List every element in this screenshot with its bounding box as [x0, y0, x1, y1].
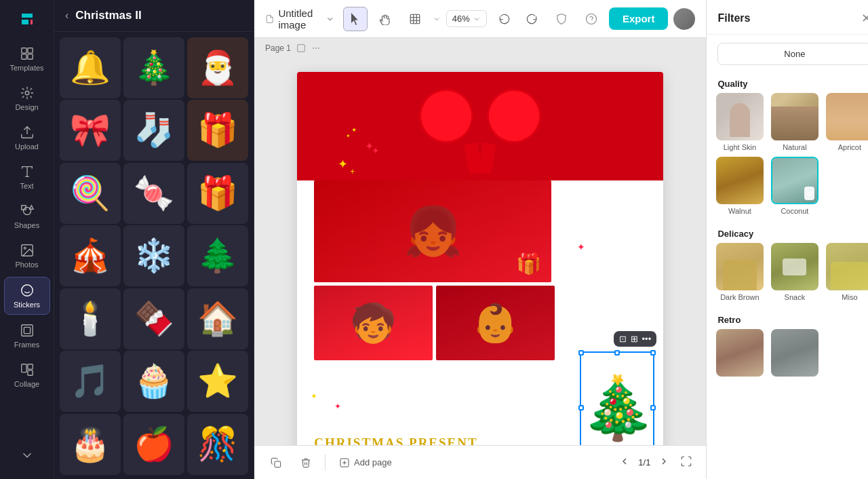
none-filter-btn[interactable]: None [717, 43, 868, 65]
sticker-item[interactable]: 🏠 [187, 288, 248, 349]
filters-close-btn[interactable]: ✕ [861, 11, 868, 26]
crop-btn[interactable]: ⊡ [619, 334, 627, 344]
filter-label-apricot: Apricot [838, 143, 861, 151]
left-toolbar: Templates Design Upload Text Shapes [0, 0, 54, 479]
sidebar-item-photos[interactable]: Photos [4, 237, 50, 274]
canvas-frame[interactable]: ✦ ✦ ✦ 👧 🎁 🧒 👶 [297, 72, 663, 445]
more-btn[interactable]: ••• [642, 334, 652, 344]
redo-btn[interactable] [519, 7, 544, 31]
sticker-item[interactable]: 🎅 [187, 37, 248, 98]
sticker-item[interactable]: 🕯️ [60, 288, 121, 349]
hand-tool-btn[interactable] [373, 7, 397, 31]
filter-snack[interactable]: Snack [770, 243, 819, 301]
export-button[interactable]: Export [609, 7, 669, 30]
sticker-item[interactable]: 🎄 [123, 37, 184, 98]
file-name: Untitled image [278, 7, 321, 31]
filter-natural[interactable]: Natural [770, 93, 819, 151]
sidebar-item-upload[interactable]: Upload [4, 119, 50, 156]
page-label: Page 1 [265, 43, 291, 53]
sticker-item[interactable]: 🍭 [60, 163, 121, 224]
photo-main[interactable]: 👧 🎁 [314, 180, 551, 282]
add-page-btn[interactable]: Add page [334, 453, 397, 472]
undo-btn[interactable] [492, 7, 517, 31]
filter-label-snack: Snack [785, 293, 806, 301]
top-bar: Untitled image [254, 0, 706, 38]
filter-dark-brown[interactable]: Dark Brown [715, 243, 764, 301]
sticker-item[interactable]: ⭐ [187, 351, 248, 412]
frame-tool-btn[interactable] [403, 7, 427, 31]
zoom-control[interactable]: 46% [446, 10, 487, 27]
pointer-tool-btn[interactable] [343, 7, 368, 31]
sparkle-plus-2: + [350, 167, 355, 176]
photo-child-3: 👶 [472, 301, 519, 345]
sidebar-item-templates[interactable]: Templates [4, 41, 50, 77]
sticker-item[interactable]: 🌲 [187, 225, 248, 286]
sticker-item[interactable]: 🍬 [123, 163, 184, 224]
sticker-item[interactable]: 🎂 [60, 414, 121, 475]
sidebar-item-stickers[interactable]: Stickers [4, 277, 50, 315]
panel-header: ‹ Christmas II [54, 0, 254, 32]
photo-bottom-left[interactable]: 🧒 [314, 286, 433, 360]
file-icon [265, 12, 274, 26]
file-info[interactable]: Untitled image [265, 7, 335, 31]
next-page-btn[interactable] [656, 453, 672, 472]
sticker-item[interactable]: 🍫 [123, 288, 184, 349]
filter-label-coconut: Coconut [781, 207, 808, 215]
filter-label-natural: Natural [783, 143, 806, 151]
sticker-item[interactable]: 🎊 [187, 414, 248, 475]
filter-label-dark-brown: Dark Brown [720, 293, 759, 301]
photo-bottom-right[interactable]: 👶 [436, 286, 555, 360]
svg-point-27 [313, 47, 313, 48]
filter-thumb-apricot [826, 93, 868, 140]
filter-retro-2[interactable] [770, 329, 819, 377]
app-logo[interactable] [14, 5, 41, 33]
svg-point-26 [319, 47, 319, 48]
christmas-tree-sticker[interactable]: 🎄 [582, 353, 653, 445]
sidebar-item-collage[interactable]: Collage [4, 357, 50, 394]
fullscreen-btn[interactable] [677, 453, 695, 472]
sticker-item[interactable]: 🎪 [60, 225, 121, 286]
sidebar-item-design[interactable]: Design [4, 80, 50, 117]
photo-child-2: 🧒 [350, 301, 397, 345]
delicacy-section-title: Delicacy [707, 223, 868, 243]
filter-thumb-retro-1 [716, 329, 764, 377]
canvas-area[interactable]: Page 1 [254, 38, 706, 445]
shield-btn[interactable] [549, 7, 574, 31]
retro-filter-grid [707, 329, 868, 385]
help-btn[interactable] [579, 7, 604, 31]
sticker-item[interactable]: 🧁 [123, 351, 184, 412]
filter-thumb-retro-2 [771, 329, 818, 377]
filter-apricot[interactable]: Apricot [825, 93, 868, 151]
fullscreen-icon [680, 455, 692, 467]
trash-icon [300, 457, 311, 468]
expand-toolbar-btn[interactable] [4, 442, 50, 468]
prev-page-btn[interactable] [616, 453, 633, 472]
filter-coconut[interactable]: ⚙ Coconut [770, 157, 819, 215]
sticker-item[interactable]: 🎀 [60, 100, 121, 161]
delete-page-btn[interactable] [295, 453, 317, 472]
copy-btn[interactable]: ⊞ [631, 334, 638, 344]
sticker-item[interactable]: 🎵 [60, 351, 121, 412]
filter-retro-1[interactable] [715, 329, 764, 377]
user-avatar[interactable] [673, 8, 695, 30]
sidebar-item-frames[interactable]: Frames [4, 318, 50, 354]
sticker-item[interactable]: 🧦 [123, 100, 184, 161]
sticker-item[interactable]: 🎁 [187, 100, 248, 161]
sticker-item[interactable]: 🎁 [187, 163, 248, 224]
sticker-item[interactable]: 🔔 [60, 37, 121, 98]
sticker-item[interactable]: ❄️ [123, 225, 184, 286]
add-page-label: Add page [354, 457, 392, 467]
duplicate-page-btn[interactable] [265, 453, 287, 472]
filter-light-skin[interactable]: Light Skin [715, 93, 764, 151]
floating-toolbar: ⊡ ⊞ ••• [614, 331, 657, 347]
sidebar-item-shapes[interactable]: Shapes [4, 198, 50, 235]
redo-icon [526, 13, 538, 25]
chevron-down-icon [326, 12, 334, 26]
sticker-item[interactable]: 🍎 [123, 414, 184, 475]
filter-walnut[interactable]: Walnut [715, 157, 764, 215]
quality-section-title: Quality [707, 73, 868, 93]
back-button[interactable]: ‹ [64, 8, 70, 23]
filter-miso[interactable]: Miso [825, 243, 868, 301]
sidebar-item-text[interactable]: Text [4, 159, 50, 195]
stickers-panel: ‹ Christmas II 🔔 🎄 🎅 🎀 🧦 🎁 🍭 🍬 🎁 🎪 ❄️ 🌲 … [54, 0, 254, 479]
